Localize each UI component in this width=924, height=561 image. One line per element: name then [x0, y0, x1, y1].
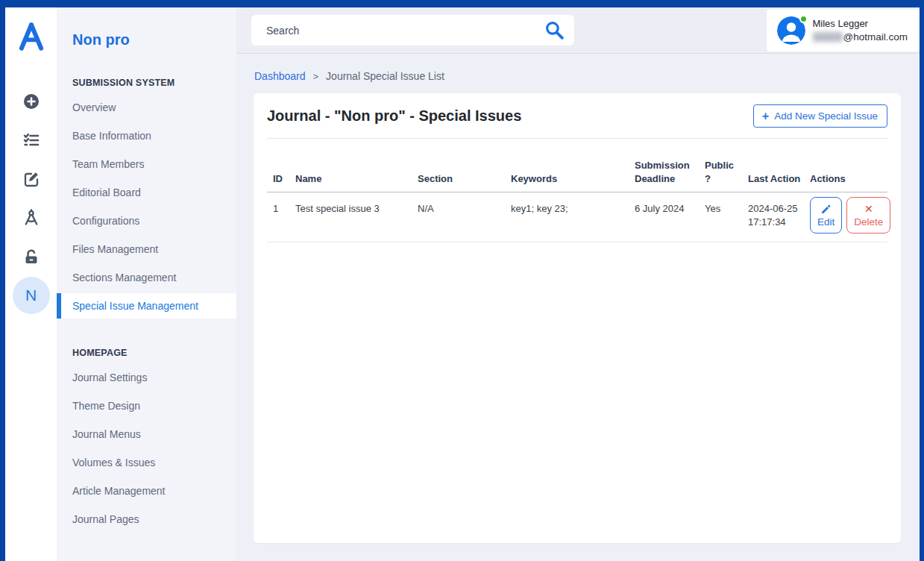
x-icon: ✕ [864, 204, 873, 215]
col-header-last-action: Last Action [748, 159, 810, 192]
cell-actions: Edit ✕ Delete [810, 192, 887, 242]
special-issues-card: Journal - "Non pro" - Special Issues + A… [254, 93, 901, 543]
col-header-section: Section [418, 159, 511, 192]
add-button-label: Add New Special Issue [774, 110, 878, 122]
sidebar-item-article-management[interactable]: Article Management [57, 477, 236, 505]
icon-rail: N [5, 7, 57, 561]
sidebar-item-editorial-board[interactable]: Editorial Board [57, 178, 236, 207]
search-icon[interactable] [544, 20, 565, 40]
search-input[interactable] [265, 24, 544, 37]
add-icon[interactable] [22, 93, 40, 110]
sidebar: Non pro SUBMISSION SYSTEM Overview Base … [57, 7, 236, 561]
cell-id: 1 [267, 192, 295, 242]
topbar: Miles Legger @hotmail.com [236, 7, 920, 54]
cell-last-action: 2024-06-25 17:17:34 [748, 192, 810, 242]
breadcrumb: Dashboard > Journal Special Issue List [254, 70, 901, 82]
sidebar-item-files-management[interactable]: Files Management [57, 235, 236, 263]
cell-keywords: key1; key 23; [511, 192, 635, 242]
col-header-submission-deadline: Submission Deadline [635, 159, 705, 192]
delete-button[interactable]: ✕ Delete [846, 197, 890, 234]
special-issues-table: ID Name Section Keywords Submission Dead… [267, 159, 887, 242]
sidebar-item-theme-design[interactable]: Theme Design [57, 392, 236, 420]
cell-public: Yes [705, 192, 748, 242]
breadcrumb-separator: > [313, 71, 319, 82]
section-heading-homepage: HOMEPAGE [57, 348, 236, 358]
page-title: Journal - "Non pro" - Special Issues [267, 107, 521, 125]
user-name: Miles Legger [813, 18, 908, 29]
sidebar-item-special-issue-management[interactable]: Special Issue Management [57, 293, 236, 319]
sidebar-item-sections-management[interactable]: Sections Management [57, 263, 236, 292]
app-window: N Non pro SUBMISSION SYSTEM Overview Bas… [0, 0, 924, 561]
main-area: Miles Legger @hotmail.com Dashboard > Jo… [236, 7, 920, 561]
online-status-dot [799, 15, 808, 23]
sidebar-item-overview[interactable]: Overview [57, 93, 236, 122]
sidebar-item-base-information[interactable]: Base Information [57, 122, 236, 150]
unlock-icon[interactable] [22, 248, 40, 266]
drafting-compass-icon[interactable] [22, 209, 40, 227]
sidebar-item-team-members[interactable]: Team Members [57, 150, 236, 178]
content-area: Dashboard > Journal Special Issue List J… [236, 54, 920, 561]
cell-section: N/A [418, 192, 511, 242]
email-redacted-blur [813, 32, 843, 42]
search-box[interactable] [251, 15, 574, 46]
card-divider [267, 138, 887, 139]
plus-icon: + [762, 111, 769, 121]
checklist-icon[interactable] [22, 131, 40, 149]
sidebar-item-volumes-issues[interactable]: Volumes & Issues [57, 448, 236, 477]
app-logo-icon[interactable] [16, 21, 47, 54]
breadcrumb-dashboard-link[interactable]: Dashboard [254, 70, 306, 82]
col-header-name: Name [295, 159, 418, 192]
col-header-keywords: Keywords [511, 159, 635, 192]
section-heading-submission-system: SUBMISSION SYSTEM [57, 78, 236, 88]
sidebar-item-configurations[interactable]: Configurations [57, 207, 236, 235]
journal-name-title: Non pro [57, 7, 236, 48]
email-domain: @hotmail.com [843, 31, 908, 43]
add-new-special-issue-button[interactable]: + Add New Special Issue [753, 104, 887, 128]
journal-initial-avatar[interactable]: N [13, 277, 50, 314]
table-header-row: ID Name Section Keywords Submission Dead… [267, 159, 887, 192]
col-header-actions: Actions [810, 159, 887, 192]
col-header-public: Public ? [705, 159, 748, 192]
pencil-icon [820, 204, 832, 215]
col-header-id: ID [267, 159, 295, 192]
delete-button-label: Delete [854, 217, 883, 228]
edit-button[interactable]: Edit [810, 197, 842, 234]
cell-name: Test special issue 3 [295, 192, 418, 242]
table-row: 1 Test special issue 3 N/A key1; key 23;… [267, 192, 887, 242]
sidebar-item-journal-pages[interactable]: Journal Pages [57, 505, 236, 533]
sidebar-item-journal-menus[interactable]: Journal Menus [57, 420, 236, 448]
edit-button-label: Edit [817, 217, 835, 228]
breadcrumb-current-page: Journal Special Issue List [326, 70, 444, 82]
sidebar-item-journal-settings[interactable]: Journal Settings [57, 363, 236, 392]
cell-submission-deadline: 6 July 2024 [635, 192, 705, 242]
user-email: @hotmail.com [813, 31, 908, 43]
user-menu[interactable]: Miles Legger @hotmail.com [767, 10, 920, 51]
edit-icon[interactable] [22, 170, 40, 188]
